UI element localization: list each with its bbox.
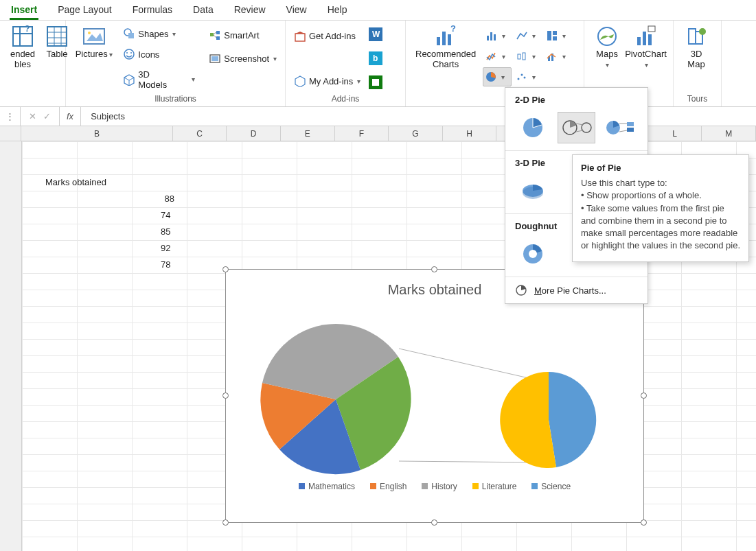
boxplot-chart-icon bbox=[516, 50, 528, 62]
cell-B7[interactable]: 92 bbox=[161, 243, 174, 253]
pie-chart-button[interactable]: ▾ bbox=[483, 67, 512, 86]
col-header-E[interactable]: E bbox=[281, 126, 335, 141]
screenshot-button[interactable]: Screenshot▾ bbox=[206, 51, 279, 66]
icons-button[interactable]: Icons bbox=[120, 47, 198, 62]
statistic-chart-button[interactable]: ▾ bbox=[513, 47, 542, 66]
col-header-D[interactable]: D bbox=[227, 126, 281, 141]
bar-of-pie-option[interactable] bbox=[601, 112, 639, 143]
visio-visual-icon[interactable] bbox=[369, 75, 384, 91]
waterfall-chart-button[interactable]: ▾ bbox=[483, 47, 512, 66]
combo-chart-icon bbox=[546, 50, 558, 62]
svg-point-16 bbox=[126, 52, 128, 54]
ribbon-tabs: Insert Page Layout Formulas Data Review … bbox=[0, 0, 756, 21]
more-pie-rest: ore Pie Charts... bbox=[542, 285, 606, 296]
chart-plot-area[interactable] bbox=[226, 310, 643, 475]
pivotchart-label: PivotChart bbox=[625, 49, 667, 59]
col-header-G[interactable]: G bbox=[389, 126, 443, 141]
tab-formulas[interactable]: Formulas bbox=[131, 4, 174, 20]
doughnut-option[interactable] bbox=[514, 238, 552, 270]
tab-insert[interactable]: Insert bbox=[10, 4, 38, 20]
more-pie-charts-button[interactable]: More Pie Charts... bbox=[505, 277, 648, 303]
chevron-down-icon: ▾ bbox=[172, 30, 176, 38]
enter-icon[interactable]: ✓ bbox=[43, 111, 51, 121]
maps-button[interactable]: Maps▾ bbox=[590, 23, 624, 71]
pivotchart-button[interactable]: PivotChart▾ bbox=[624, 23, 667, 71]
cell-B8[interactable]: 78 bbox=[161, 259, 174, 270]
tours-group-label: Tours bbox=[679, 94, 715, 105]
icons-label: Icons bbox=[138, 49, 159, 60]
formula-input[interactable]: Subjects bbox=[81, 111, 135, 121]
chevron-down-icon: ▾ bbox=[357, 78, 360, 85]
cell-B3[interactable]: Marks obtained bbox=[45, 177, 106, 187]
my-addins-button[interactable]: My Add-ins▾ bbox=[291, 73, 363, 89]
svg-text:?: ? bbox=[25, 25, 30, 34]
pie-of-pie-option[interactable] bbox=[558, 112, 596, 143]
resize-handle[interactable] bbox=[222, 266, 229, 272]
fx-button[interactable]: fx bbox=[60, 107, 81, 126]
cell-B6[interactable]: 85 bbox=[161, 226, 174, 237]
svg-rect-41 bbox=[490, 32, 492, 40]
recommended-charts-button[interactable]: ? Recommended Charts bbox=[411, 23, 480, 71]
scatter-chart-icon bbox=[516, 71, 528, 83]
name-box-dropdown[interactable]: ⋮ bbox=[0, 107, 21, 126]
scatter-chart-button[interactable]: ▾ bbox=[513, 67, 542, 86]
col-header-M[interactable]: M bbox=[702, 126, 756, 141]
svg-rect-55 bbox=[637, 37, 641, 45]
tab-page-layout[interactable]: Page Layout bbox=[56, 4, 113, 20]
table-icon bbox=[45, 25, 69, 48]
svg-text:b: b bbox=[373, 54, 378, 63]
svg-rect-59 bbox=[689, 29, 696, 44]
people-graph-icon[interactable]: b bbox=[369, 51, 384, 67]
shapes-button[interactable]: Shapes▾ bbox=[120, 26, 198, 41]
tab-view[interactable]: View bbox=[285, 4, 308, 20]
resize-handle[interactable] bbox=[431, 266, 437, 272]
resize-handle[interactable] bbox=[222, 519, 229, 526]
tab-data[interactable]: Data bbox=[192, 4, 215, 20]
tab-review[interactable]: Review bbox=[233, 4, 267, 20]
svg-rect-47 bbox=[523, 53, 525, 60]
recommended-pivot-button[interactable]: ? ended bles bbox=[5, 23, 40, 71]
svg-marker-28 bbox=[295, 32, 305, 34]
get-addins-label: Get Add-ins bbox=[309, 31, 356, 41]
svg-rect-35 bbox=[372, 79, 379, 86]
col-header-L[interactable]: L bbox=[648, 126, 702, 141]
svg-line-62 bbox=[399, 349, 538, 380]
svg-rect-58 bbox=[648, 26, 655, 32]
chart-legend[interactable]: Mathematics English History Literature S… bbox=[226, 482, 643, 491]
bing-maps-icon[interactable]: W bbox=[369, 27, 384, 43]
illustrations-group-label: Illustrations bbox=[71, 94, 279, 105]
smartart-button[interactable]: SmartArt bbox=[206, 27, 279, 43]
chart-object[interactable]: Marks obtained Mathematics English Histo… bbox=[225, 269, 644, 523]
svg-rect-40 bbox=[487, 36, 489, 40]
3dmodels-label: 3D Models bbox=[138, 69, 180, 90]
svg-point-15 bbox=[124, 49, 134, 59]
tooltip-line: Use this chart type to: bbox=[581, 177, 740, 189]
treemap-chart-button[interactable]: ▾ bbox=[543, 26, 572, 45]
tooltip-title: Pie of Pie bbox=[581, 162, 740, 174]
svg-rect-72 bbox=[627, 122, 634, 126]
col-header-H[interactable]: H bbox=[443, 126, 497, 141]
cell-B5[interactable]: 74 bbox=[161, 210, 174, 220]
cell-B4[interactable]: 88 bbox=[161, 194, 174, 204]
tab-help[interactable]: Help bbox=[326, 4, 349, 20]
cancel-icon[interactable]: ✕ bbox=[29, 111, 36, 121]
column-chart-button[interactable]: ▾ bbox=[483, 26, 512, 45]
line-chart-button[interactable]: ▾ bbox=[513, 26, 542, 45]
col-header-C[interactable]: C bbox=[173, 126, 227, 141]
col-header-B[interactable]: B bbox=[21, 126, 172, 141]
svg-rect-38 bbox=[448, 34, 451, 45]
3dmodels-button[interactable]: 3D Models ▾ bbox=[120, 68, 198, 91]
svg-point-68 bbox=[582, 123, 591, 132]
combo-chart-button[interactable]: ▾ bbox=[543, 47, 572, 66]
hierarchy-chart-icon bbox=[546, 30, 558, 42]
pie-3d-option[interactable] bbox=[514, 175, 552, 207]
pictures-button[interactable]: Pictures▾ bbox=[71, 23, 116, 61]
3d-map-button[interactable]: 3D Map bbox=[679, 23, 713, 71]
pie-2d-option[interactable] bbox=[514, 112, 552, 143]
get-addins-button[interactable]: Get Add-ins bbox=[291, 29, 363, 44]
resize-handle[interactable] bbox=[641, 519, 647, 526]
col-header-F[interactable]: F bbox=[335, 126, 389, 141]
resize-handle[interactable] bbox=[431, 519, 437, 526]
pie-outline-icon bbox=[515, 284, 527, 296]
legend-label: Science bbox=[541, 482, 571, 491]
